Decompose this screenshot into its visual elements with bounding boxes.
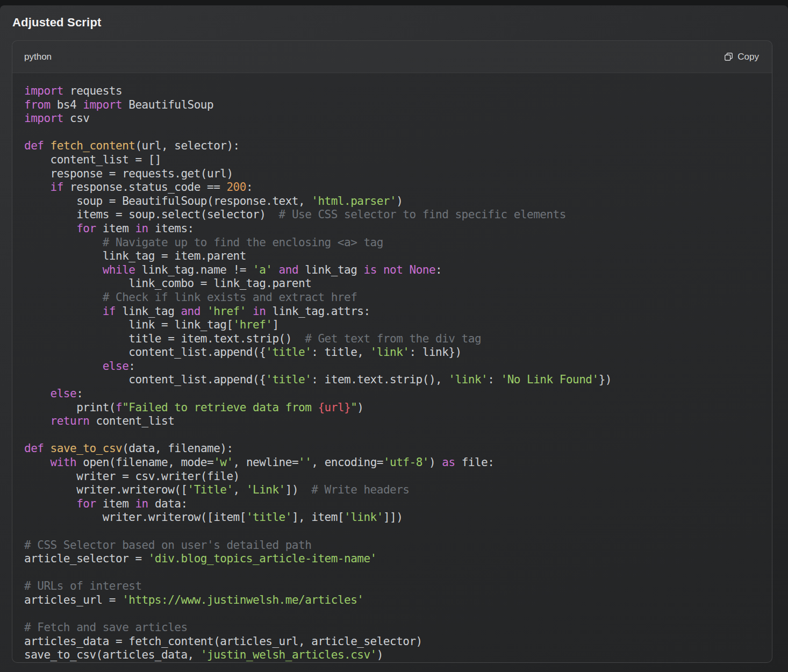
code-line: if link_tag and 'href' in link_tag.attrs… — [24, 305, 760, 319]
code-line: articles_data = fetch_content(articles_u… — [24, 635, 760, 649]
code-line: writer = csv.writer(file) — [24, 470, 760, 484]
code-line: response = requests.get(url) — [24, 167, 760, 181]
code-header: python Copy — [12, 41, 772, 73]
code-line: # Navigate up to find the enclosing <a> … — [24, 236, 760, 250]
code-line: import csv — [24, 112, 760, 126]
code-line — [24, 566, 760, 580]
copy-label: Copy — [737, 52, 759, 62]
code-line: writer.writerow(['Title', 'Link']) # Wri… — [24, 483, 760, 497]
code-line: # Check if link exists and extract href — [24, 291, 760, 305]
code-line: save_to_csv(articles_data, 'justin_welsh… — [24, 648, 760, 662]
code-line: while link_tag.name != 'a' and link_tag … — [24, 263, 760, 277]
code-card: python Copy import requestsfrom bs4 impo… — [12, 40, 772, 663]
code-line: print(f"Failed to retrieve data from {ur… — [24, 401, 760, 415]
code-line: import requests — [24, 84, 760, 98]
code-line: for item in items: — [24, 222, 760, 236]
code-line: items = soup.select(selector) # Use CSS … — [24, 208, 760, 222]
code-line: writer.writerow([item['title'], item['li… — [24, 511, 760, 525]
code-line: link_combo = link_tag.parent — [24, 277, 760, 291]
code-line: if response.status_code == 200: — [24, 181, 760, 195]
code-line: link_tag = item.parent — [24, 249, 760, 263]
code-line: def fetch_content(url, selector): — [24, 139, 760, 153]
code-content: import requestsfrom bs4 import Beautiful… — [24, 84, 760, 662]
code-line — [24, 126, 760, 140]
code-line — [24, 525, 760, 539]
code-line: link = link_tag['href'] — [24, 318, 760, 332]
code-line: def save_to_csv(data, filename): — [24, 442, 760, 456]
copy-button[interactable]: Copy — [723, 52, 759, 62]
code-line: # Fetch and save articles — [24, 621, 760, 635]
code-line: articles_url = 'https://www.justinwelsh.… — [24, 594, 760, 607]
code-line: with open(filename, mode='w', newline=''… — [24, 456, 760, 470]
code-line: from bs4 import BeautifulSoup — [24, 98, 760, 112]
copy-icon — [723, 52, 734, 62]
code-line: content_list = [] — [24, 153, 760, 167]
code-line: # CSS Selector based on user's detailed … — [24, 539, 760, 553]
code-line — [24, 607, 760, 621]
page-title: Adjusted Script — [12, 16, 102, 30]
language-label: python — [24, 52, 52, 62]
code-line: else: — [24, 360, 760, 374]
code-line — [24, 428, 760, 442]
code-line: for item in data: — [24, 497, 760, 511]
code-line: article_selector = 'div.blog_topics_arti… — [24, 552, 760, 566]
code-line: content_list.append({'title': item.text.… — [24, 373, 760, 387]
window: Adjusted Script python Copy import reque… — [0, 5, 788, 672]
code-line: else: — [24, 387, 760, 401]
code-line: soup = BeautifulSoup(response.text, 'htm… — [24, 195, 760, 209]
code-line: return content_list — [24, 414, 760, 428]
code-line: # URLs of interest — [24, 580, 760, 594]
code-area: import requestsfrom bs4 import Beautiful… — [12, 73, 772, 662]
code-line: title = item.text.strip() # Get text fro… — [24, 332, 760, 346]
code-line: content_list.append({'title': title, 'li… — [24, 346, 760, 360]
